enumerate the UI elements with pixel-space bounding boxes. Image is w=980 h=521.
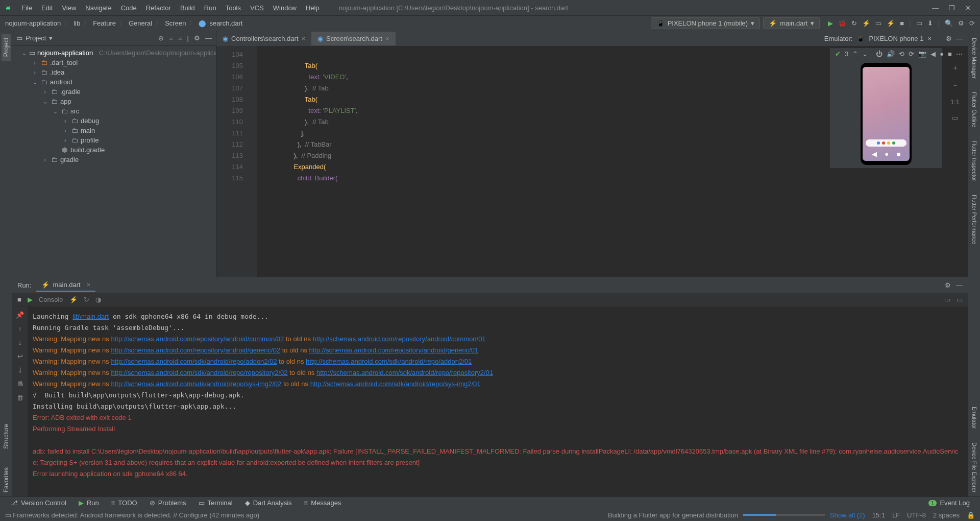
breadcrumb-item[interactable]: search.dart (209, 19, 242, 27)
collapse-icon[interactable]: ≡ (178, 34, 182, 42)
run-icon[interactable]: ▶ (828, 19, 833, 27)
breadcrumb-item[interactable]: General (129, 19, 152, 27)
dropdown-icon[interactable]: ▾ (49, 34, 53, 42)
close-icon[interactable]: × (385, 35, 389, 42)
line-gutter[interactable]: 104105106107108109110111112113114115 (216, 46, 247, 277)
print-icon[interactable]: 🖶 (17, 380, 23, 388)
tool-run[interactable]: ▶Run (74, 498, 104, 508)
menu-build[interactable]: Build (176, 2, 199, 14)
search-icon[interactable]: 🔍 (945, 19, 953, 27)
tree-item[interactable]: ⌄🗀app (12, 97, 216, 106)
tool-terminal[interactable]: ▭Terminal (193, 498, 238, 508)
emulator-device[interactable]: PIXELON phone 1 (869, 35, 923, 42)
gear-icon[interactable]: ⚙ (194, 34, 200, 42)
close-icon[interactable]: × (302, 35, 306, 42)
breadcrumb-item[interactable]: Screen (165, 19, 186, 27)
tool-event-log[interactable]: 1Event Log (923, 498, 975, 508)
show-all-link[interactable]: Show all (2) (830, 511, 865, 519)
problems-count[interactable]: 3 (845, 50, 848, 58)
device-selector[interactable]: 📱PIXELON phone 1 (mobile)▾ (651, 17, 761, 29)
hide-icon[interactable]: — (956, 35, 963, 42)
clear-icon[interactable]: 🗑 (17, 394, 23, 401)
tool-project[interactable]: Project (2, 34, 11, 61)
expand-icon[interactable]: ≡ (169, 34, 173, 42)
close-icon[interactable]: × (927, 35, 932, 42)
more-icon[interactable]: ⋯ (956, 50, 963, 58)
profile-icon[interactable]: ⚡ (862, 19, 870, 27)
attach-icon[interactable]: ▭ (875, 19, 881, 27)
menu-help[interactable]: Help (302, 2, 324, 14)
tree-item[interactable]: ⌄🗀android (12, 77, 216, 87)
status-icon[interactable]: ▭ (5, 511, 11, 519)
menu-navigate[interactable]: Navigate (81, 2, 115, 14)
project-tree[interactable]: ⌄▭ nojoum-application C:\Users\legion\De… (12, 46, 216, 277)
wrap-icon[interactable]: ↩ (17, 352, 23, 360)
breadcrumb-item[interactable]: Feature (93, 19, 116, 27)
hot-reload-icon[interactable]: ⚡ (69, 296, 78, 303)
tree-item[interactable]: ›🗀debug (12, 116, 216, 126)
menu-view[interactable]: View (58, 2, 80, 14)
menu-tools[interactable]: Tools (222, 2, 245, 14)
tree-item[interactable]: ›🗀gradle (12, 155, 216, 164)
breadcrumb-item[interactable]: lib (74, 19, 80, 27)
devtools-icon[interactable]: ◑ (95, 296, 101, 303)
tree-item[interactable]: ›🗀.dart_tool (12, 58, 216, 67)
tree-item[interactable]: ⬢build.gradle (12, 145, 216, 155)
console-output[interactable]: Launching lib\main.dart on sdk gphone64 … (28, 307, 968, 496)
debug-icon[interactable]: 🐞 (838, 19, 846, 27)
layout-icon[interactable]: ▭ (957, 296, 963, 303)
sync-icon[interactable]: ⟳ (969, 19, 975, 27)
down-icon[interactable]: ⌄ (862, 50, 868, 58)
console-tab[interactable]: Console (39, 296, 63, 303)
tool-emulator[interactable]: Emulator (970, 402, 978, 433)
sdk-icon[interactable]: ⬇ (927, 19, 933, 27)
tool-messages[interactable]: ≡Messages (299, 498, 347, 508)
encoding[interactable]: UTF-8 (907, 511, 926, 519)
menu-code[interactable]: Code (117, 2, 141, 14)
hide-icon[interactable]: — (205, 34, 212, 42)
tool-problems[interactable]: ⊘Problems (144, 498, 191, 508)
overview-icon[interactable]: ■ (948, 50, 952, 58)
back-icon[interactable]: ◀ (930, 50, 936, 58)
breadcrumb-item[interactable]: nojoum-application (5, 19, 61, 27)
hide-icon[interactable]: — (956, 281, 963, 289)
device-frame[interactable]: ◀●■ (861, 63, 912, 165)
menu-file[interactable]: FFileile (17, 2, 36, 14)
tool-flutter-inspector[interactable]: Flutter Inspector (970, 136, 978, 185)
run-tab[interactable]: ⚡main.dart× (36, 279, 95, 292)
gear-icon[interactable]: ⚙ (945, 281, 951, 289)
rerun-icon[interactable]: ▶ (28, 296, 33, 303)
tool-todo[interactable]: ≡TODO (106, 498, 142, 508)
tree-item[interactable]: ⌄🗀src (12, 106, 216, 116)
editor-tab[interactable]: ◉Controllers\search.dart× (216, 32, 311, 45)
gear-icon[interactable]: ⚙ (946, 35, 952, 42)
menu-edit[interactable]: Edit (37, 2, 57, 14)
fit-icon[interactable]: ▭ (952, 114, 958, 122)
tool-dart-analysis[interactable]: ◆Dart Analysis (240, 498, 297, 508)
screenshot-icon[interactable]: 📷 (918, 50, 926, 58)
avd-icon[interactable]: ▭ (916, 19, 922, 27)
menu-run[interactable]: Run (200, 2, 220, 14)
volume-icon[interactable]: 🔊 (887, 50, 895, 58)
fold-gutter[interactable] (247, 46, 257, 277)
tool-flutter-outline[interactable]: Flutter Outline (970, 88, 978, 131)
menu-refactor[interactable]: Refactor (142, 2, 175, 14)
down-icon[interactable]: ↓ (18, 339, 22, 346)
tool-version-control[interactable]: ⎇Version Control (5, 498, 71, 508)
run-config-selector[interactable]: ⚡main.dart▾ (763, 17, 820, 29)
editor-tab[interactable]: ◉Screen\search.dart× (311, 32, 395, 45)
locate-icon[interactable]: ⊕ (158, 34, 164, 42)
menu-vcs[interactable]: VCS (246, 2, 268, 14)
tree-item[interactable]: ›🗀main (12, 126, 216, 135)
maximize-button[interactable]: ❐ (949, 4, 955, 12)
stop-icon[interactable]: ■ (900, 19, 904, 27)
menu-window[interactable]: Window (269, 2, 301, 14)
hot-reload-icon[interactable]: ⚡ (887, 19, 895, 27)
minimize-button[interactable]: — (932, 4, 939, 12)
lock-icon[interactable]: 🔒 (967, 511, 975, 519)
indent[interactable]: 2 spaces (933, 511, 960, 519)
tool-structure[interactable]: Structure (2, 420, 11, 453)
zoom-in-icon[interactable]: ＋ (952, 63, 959, 73)
line-separator[interactable]: LF (892, 511, 900, 519)
up-icon[interactable]: ⌃ (852, 50, 858, 58)
